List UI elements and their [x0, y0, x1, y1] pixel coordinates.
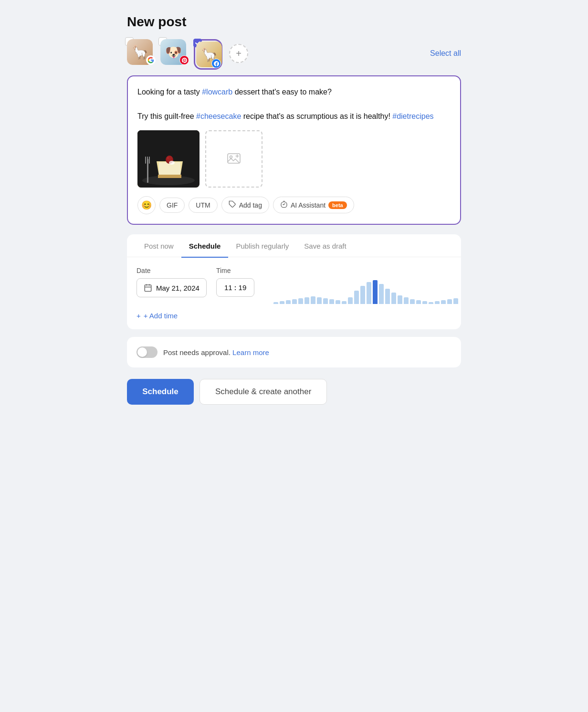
approval-toggle[interactable] — [136, 346, 158, 358]
tab-publish-regularly[interactable]: Publish regularly — [228, 234, 296, 258]
chart-bar-1[interactable] — [280, 301, 284, 304]
page-title: New post — [127, 14, 461, 30]
ai-label: AI Assistant — [291, 201, 326, 209]
add-tag-button[interactable]: Add tag — [221, 197, 269, 213]
main-container: New post 🦙 — [127, 14, 461, 405]
date-time-row: Date May 21, 2024 Time 11 — [136, 267, 452, 304]
chart-bar-5[interactable] — [304, 297, 309, 304]
chart-bar-12[interactable] — [348, 297, 353, 304]
chart-bar-10[interactable] — [336, 300, 340, 304]
schedule-button[interactable]: Schedule — [127, 379, 194, 405]
svg-marker-7 — [159, 162, 180, 176]
platform-badge-facebook — [211, 59, 221, 68]
platform-badge-pinterest — [179, 55, 189, 65]
approval-section: Post needs approval. Learn more — [127, 337, 461, 367]
schedule-create-button[interactable]: Schedule & create another — [200, 379, 327, 405]
account-item-2[interactable]: 🐶 — [160, 39, 189, 68]
schedule-section: Post now Schedule Publish regularly Save… — [127, 234, 461, 330]
toggle-knob — [137, 347, 147, 357]
svg-point-11 — [167, 157, 169, 158]
chart-bar-7[interactable] — [317, 297, 322, 304]
svg-point-12 — [169, 161, 175, 165]
chart-bar-3[interactable] — [292, 299, 297, 304]
account-item-1[interactable]: 🦙 — [127, 39, 156, 68]
tab-post-now[interactable]: Post now — [136, 234, 181, 258]
schedule-body: Date May 21, 2024 Time 11 — [127, 257, 461, 329]
add-media-button[interactable] — [205, 130, 262, 188]
platform-badge-google — [146, 55, 156, 65]
chart-bar-0[interactable] — [273, 302, 278, 304]
chart-bar-9[interactable] — [329, 299, 334, 304]
post-text-part3: Try this guilt-free — [137, 112, 196, 120]
chart-bar-16[interactable] — [373, 280, 378, 304]
chart-bar-14[interactable] — [360, 286, 365, 304]
tab-save-draft[interactable]: Save as draft — [296, 234, 354, 258]
cheesecake-photo — [137, 130, 200, 188]
svg-marker-8 — [158, 175, 181, 178]
ai-assistant-button[interactable]: AI Assistant beta — [273, 197, 354, 213]
account-item-3[interactable]: 🦙 — [194, 39, 222, 68]
svg-point-14 — [230, 156, 232, 158]
chart-bar-25[interactable] — [429, 302, 433, 304]
tabs-row: Post now Schedule Publish regularly Save… — [127, 234, 461, 258]
chart-bar-13[interactable] — [354, 291, 359, 304]
post-hashtag1: #lowcarb — [202, 88, 232, 96]
time-minute: 19 — [239, 283, 247, 292]
learn-more-link[interactable]: Learn more — [232, 348, 269, 356]
date-value: May 21, 2024 — [156, 284, 200, 292]
post-toolbar: 😊 GIF UTM Add tag — [137, 196, 451, 214]
post-text-part1: Looking for a tasty — [137, 88, 202, 96]
svg-rect-4 — [147, 157, 148, 164]
svg-rect-18 — [145, 285, 151, 292]
chart-bar-6[interactable] — [311, 296, 315, 304]
gif-button[interactable]: GIF — [159, 198, 185, 213]
utm-button[interactable]: UTM — [189, 198, 217, 213]
chart-bar-8[interactable] — [323, 298, 328, 304]
action-row: Schedule Schedule & create another — [127, 379, 461, 405]
add-time-label: + Add time — [144, 312, 178, 320]
chart-bar-21[interactable] — [404, 297, 409, 304]
time-label: Time — [216, 267, 254, 274]
time-input[interactable]: 11 : 19 — [216, 278, 254, 297]
ai-badge: beta — [328, 201, 347, 209]
post-text-part4: recipe that's as scrumptious as it is he… — [241, 112, 392, 120]
time-separator: : — [234, 283, 237, 292]
chart-bar-2[interactable] — [286, 300, 291, 304]
select-all-button[interactable]: Select all — [430, 49, 461, 58]
chart-bar-19[interactable] — [391, 293, 396, 304]
utm-label: UTM — [196, 201, 210, 209]
svg-rect-3 — [145, 157, 146, 164]
date-input[interactable]: May 21, 2024 — [136, 278, 207, 297]
tab-schedule[interactable]: Schedule — [181, 234, 229, 258]
ai-icon — [280, 200, 288, 209]
chart-bar-27[interactable] — [441, 300, 446, 304]
chart-bar-28[interactable] — [447, 299, 452, 304]
chart-bar-24[interactable] — [422, 301, 427, 304]
time-field-group: Time 11 : 19 — [216, 267, 254, 297]
chart-bar-4[interactable] — [298, 298, 303, 304]
chart-bar-29[interactable] — [453, 298, 458, 304]
chart-bar-20[interactable] — [398, 295, 402, 304]
post-hashtag2: #cheesecake — [196, 112, 241, 120]
chart-bar-18[interactable] — [385, 289, 390, 304]
chart-bar-23[interactable] — [416, 300, 421, 304]
gif-label: GIF — [167, 201, 178, 209]
engagement-chart — [273, 280, 458, 304]
add-account-button[interactable]: + — [229, 44, 248, 63]
calendar-icon — [144, 283, 152, 292]
emoji-button[interactable]: 😊 — [137, 196, 156, 214]
chart-bar-22[interactable] — [410, 299, 415, 304]
add-time-button[interactable]: + + Add time — [136, 312, 178, 320]
chart-bar-17[interactable] — [379, 284, 384, 304]
chart-bar-26[interactable] — [435, 301, 440, 304]
accounts-row: 🦙 🐶 — [127, 39, 461, 68]
chart-bar-11[interactable] — [342, 301, 346, 304]
svg-rect-5 — [149, 157, 150, 164]
post-hashtag3: #dietrecipes — [392, 112, 433, 120]
date-field-group: Date May 21, 2024 — [136, 267, 207, 297]
post-text[interactable]: Looking for a tasty #lowcarb dessert tha… — [137, 86, 451, 123]
post-image — [137, 130, 200, 188]
approval-text: Post needs approval. Learn more — [163, 348, 269, 356]
chart-bar-15[interactable] — [367, 282, 371, 304]
post-editor: Looking for a tasty #lowcarb dessert tha… — [127, 75, 461, 225]
